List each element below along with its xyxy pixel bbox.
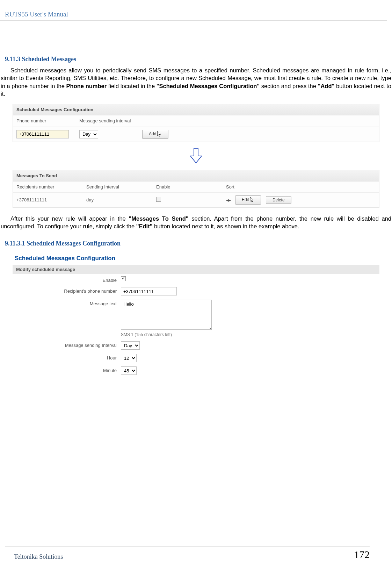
interval-label: Message sending Interval: [13, 341, 121, 348]
col-sint: Sending Interval: [86, 184, 156, 190]
section-number: 9.11.3: [5, 56, 20, 63]
minute-label: Minute: [13, 366, 121, 373]
row-interval: day: [86, 197, 156, 202]
enable-checkbox-checked[interactable]: [121, 276, 126, 281]
config-subhead: Modify scheduled message: [13, 265, 379, 274]
interval-select-config[interactable]: Day: [121, 341, 140, 350]
after-paragraph: After this your new rule will appear in …: [0, 210, 392, 235]
table-row: +37061111111 day ◂ ▸ Edit Delete: [13, 193, 379, 207]
col-interval-label: Message sending interval: [79, 118, 142, 124]
hour-select[interactable]: 12: [121, 354, 137, 362]
page-number: 172: [354, 549, 370, 561]
message-textarea[interactable]: [121, 300, 212, 330]
config-title: Scheduled Messages Configuration: [13, 252, 379, 265]
row-phone: +37061111111: [16, 197, 86, 202]
footer-company: Teltonika Solutions: [5, 553, 63, 561]
recipient-label: Recipient's phone number: [13, 287, 121, 294]
phone-number-input[interactable]: [16, 130, 69, 138]
enable-label: Enable: [13, 276, 121, 283]
message-label: Message text: [13, 300, 121, 306]
form-row-message: Message text SMS 1 (155 characters left): [13, 298, 379, 339]
scheduled-config-panel: Scheduled Messages Configuration Phone n…: [13, 104, 379, 142]
down-arrow-icon: [0, 147, 392, 165]
form-row-enable: Enable: [13, 274, 379, 285]
section-heading: 9.11.3 Scheduled Messages: [0, 56, 392, 66]
add-button[interactable]: Add: [142, 130, 168, 139]
interval-select[interactable]: Day: [79, 130, 98, 138]
config-screenshot: Scheduled Messages Configuration Modify …: [13, 252, 379, 377]
subsection-heading: 9.11.3.1 Scheduled Messages Configuratio…: [0, 234, 392, 251]
minute-select[interactable]: 45: [121, 366, 137, 375]
section-title-text: Scheduled Messages: [22, 56, 77, 63]
recipient-input[interactable]: [121, 287, 177, 295]
col-sort: Sort: [226, 184, 376, 190]
messages-to-send-panel: Messages To Send Recipients number Sendi…: [13, 170, 379, 208]
panel1-input-row: Day Add: [13, 127, 379, 142]
col-phone-label: Phone number: [16, 118, 79, 123]
intro-paragraph: Scheduled messages allow you to periodic…: [0, 66, 392, 102]
panel1-header: Scheduled Messages Configuration: [13, 104, 379, 115]
form-row-minute: Minute 45: [13, 364, 379, 377]
panel2-columns: Recipients number Sending Interval Enabl…: [13, 181, 379, 193]
delete-button[interactable]: Delete: [266, 196, 291, 204]
form-row-interval: Message sending Interval Day: [13, 339, 379, 352]
col-recip: Recipients number: [16, 184, 86, 190]
enable-checkbox[interactable]: [156, 197, 161, 202]
sms-hint: SMS 1 (155 characters left): [121, 331, 379, 337]
page-header: RUT955 User's Manual: [0, 10, 387, 21]
panel2-header: Messages To Send: [13, 170, 379, 181]
panel1-columns: Phone number Message sending interval: [13, 115, 379, 127]
subsection-number: 9.11.3.1: [5, 240, 25, 247]
hour-label: Hour: [13, 354, 121, 361]
page-footer: Teltonika Solutions 172: [5, 546, 370, 561]
sort-handles[interactable]: ◂ ▸: [226, 197, 230, 203]
subsection-title-text: Scheduled Messages Configuration: [27, 240, 121, 247]
form-row-hour: Hour 12: [13, 352, 379, 364]
edit-button[interactable]: Edit: [235, 195, 261, 205]
form-row-recipient: Recipient's phone number: [13, 285, 379, 298]
col-enable: Enable: [156, 184, 226, 190]
cursor-icon: [249, 197, 254, 203]
cursor-icon: [156, 131, 162, 137]
